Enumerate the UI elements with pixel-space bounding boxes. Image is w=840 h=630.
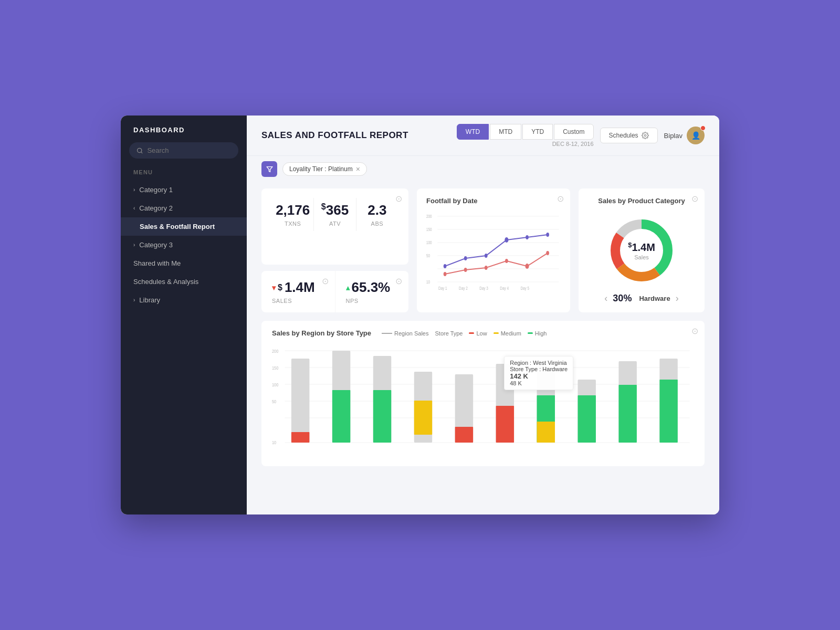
mtd-button[interactable]: MTD [490, 124, 521, 140]
legend-high: High [528, 330, 547, 337]
product-close[interactable]: ⊙ [691, 194, 698, 204]
product-title: Sales by Product Category [598, 197, 685, 205]
search-bar[interactable] [129, 142, 238, 159]
filter-group-wrapper: WTD MTD YTD Custom DEC 8-12, 2016 [457, 124, 594, 147]
tooltip-region: Region : West Virginia [510, 360, 568, 366]
svg-text:200: 200 [272, 349, 279, 354]
svg-point-17 [485, 254, 488, 258]
main-content: SALES AND FOOTFALL REPORT WTD MTD YTD Cu… [247, 116, 719, 514]
sales-close[interactable]: ⊙ [322, 276, 329, 286]
svg-text:200: 200 [426, 214, 432, 219]
ytd-button[interactable]: YTD [522, 124, 553, 140]
chevron-right-icon-lib: › [133, 297, 135, 303]
svg-rect-49 [291, 432, 309, 443]
nps-trend-icon: ▴ [346, 284, 350, 292]
chart-tooltip: Region : West Virginia Store Type : Hard… [504, 356, 573, 390]
svg-point-24 [505, 259, 508, 263]
footfall-title: Footfall by Date [426, 197, 561, 205]
stats-row: 2,176 Txns $365 ATV 2.3 [272, 198, 398, 231]
chart-legend: Region Sales Store Type Low Medium [382, 330, 547, 337]
donut-next-button[interactable]: › [676, 293, 679, 304]
svg-rect-51 [332, 390, 350, 443]
bar-chart-header: Sales by Region by Store Type Region Sal… [272, 329, 694, 337]
svg-rect-62 [537, 422, 555, 443]
svg-text:Day 3: Day 3 [479, 286, 488, 291]
svg-text:50: 50 [272, 399, 277, 404]
svg-text:100: 100 [272, 382, 279, 387]
custom-button[interactable]: Custom [554, 124, 593, 140]
donut-prev-button[interactable]: ‹ [604, 293, 607, 304]
footfall-chart-area: 200 150 100 50 10 [426, 211, 561, 295]
product-card: ⊙ Sales by Product Category [579, 188, 705, 312]
sidebar: DASHBOARD MENU › Category 1 ‹ Category 2… [121, 116, 247, 514]
notification-badge [700, 125, 706, 131]
donut-category: Hardware [639, 295, 670, 302]
top-stat-close[interactable]: ⊙ [395, 194, 402, 204]
report-title: SALES AND FOOTFALL REPORT [261, 130, 408, 141]
svg-rect-55 [414, 401, 432, 435]
dashboard-title: DASHBOARD [121, 116, 247, 142]
svg-text:10: 10 [272, 440, 277, 445]
svg-rect-53 [373, 390, 391, 443]
filter-icon-button[interactable] [261, 161, 277, 177]
svg-text:Day 2: Day 2 [459, 286, 468, 291]
high-color-icon [528, 332, 533, 334]
bar-chart-svg: 200 150 100 50 10 [272, 345, 694, 456]
app-window: DASHBOARD MENU › Category 1 ‹ Category 2… [121, 116, 719, 514]
svg-point-19 [526, 235, 529, 239]
sidebar-item-schedules[interactable]: Schedules & Analysis [121, 272, 247, 291]
svg-rect-59 [496, 406, 514, 443]
nps-value: ▴ 65.3% [346, 279, 398, 296]
legend-low: Low [469, 330, 487, 337]
svg-line-1 [141, 152, 142, 153]
svg-point-16 [464, 256, 467, 260]
user-area: Biplav 👤 [664, 127, 705, 144]
svg-text:Day 1: Day 1 [438, 286, 447, 291]
bar-chart-title: Sales by Region by Store Type [272, 329, 371, 337]
date-filter-group: WTD MTD YTD Custom [457, 124, 594, 140]
nps-close[interactable]: ⊙ [395, 276, 402, 286]
sidebar-item-library[interactable]: › Library [121, 291, 247, 309]
svg-point-21 [444, 272, 447, 276]
avatar-wrap: 👤 [687, 127, 705, 144]
menu-label: MENU [121, 169, 247, 181]
abs-stat: 2.3 ABS [356, 198, 398, 231]
svg-text:50: 50 [426, 253, 430, 258]
footfall-close[interactable]: ⊙ [557, 194, 564, 204]
tooltip-store-type: Store Type : Hardware [510, 366, 568, 372]
svg-rect-48 [291, 359, 309, 443]
chevron-right-icon-cat3: › [133, 242, 135, 248]
filter-remove-button[interactable]: × [356, 165, 360, 173]
nps-label: NPS [346, 298, 398, 304]
txns-stat: 2,176 Txns [272, 198, 313, 231]
footfall-chart-svg: 200 150 100 50 10 [426, 211, 561, 292]
schedules-button[interactable]: Schedules [600, 128, 658, 143]
wtd-button[interactable]: WTD [457, 124, 489, 140]
sidebar-item-cat3[interactable]: › Category 3 [121, 236, 247, 254]
tooltip-value1: 142 K [510, 372, 568, 380]
chevron-right-icon: › [133, 187, 135, 193]
sidebar-item-cat2[interactable]: ‹ Category 2 [121, 199, 247, 217]
bottom-stat-card: ⊙ ▾ $1.4M Sales ⊙ ▴ 65.3% [261, 271, 408, 312]
sales-stat: ⊙ ▾ $1.4M Sales [261, 271, 335, 312]
bar-chart-close[interactable]: ⊙ [691, 326, 698, 336]
svg-text:100: 100 [426, 240, 432, 245]
svg-text:Day 5: Day 5 [520, 286, 529, 291]
medium-color-icon [494, 332, 499, 334]
top-row: ⊙ 2,176 Txns $365 ATV [261, 188, 705, 312]
filter-bar: Loyality Tier : Platinum × [247, 156, 719, 182]
filter-tag[interactable]: Loyality Tier : Platinum × [282, 162, 367, 176]
top-stat-card: ⊙ 2,176 Txns $365 ATV [261, 188, 408, 265]
svg-text:Day 4: Day 4 [500, 286, 509, 291]
svg-point-22 [464, 268, 467, 272]
search-input[interactable] [147, 146, 231, 154]
svg-point-15 [444, 264, 447, 268]
donut-amount: $1.4M [628, 241, 655, 254]
svg-point-26 [546, 251, 549, 255]
sidebar-item-sales-footfall[interactable]: Sales & Footfall Report [121, 217, 247, 236]
sidebar-item-shared[interactable]: Shared with Me [121, 254, 247, 272]
sales-label: Sales [272, 298, 324, 304]
sidebar-item-cat1[interactable]: › Category 1 [121, 181, 247, 199]
svg-point-2 [644, 134, 646, 136]
donut-nav: ‹ 30% Hardware › [604, 293, 678, 304]
